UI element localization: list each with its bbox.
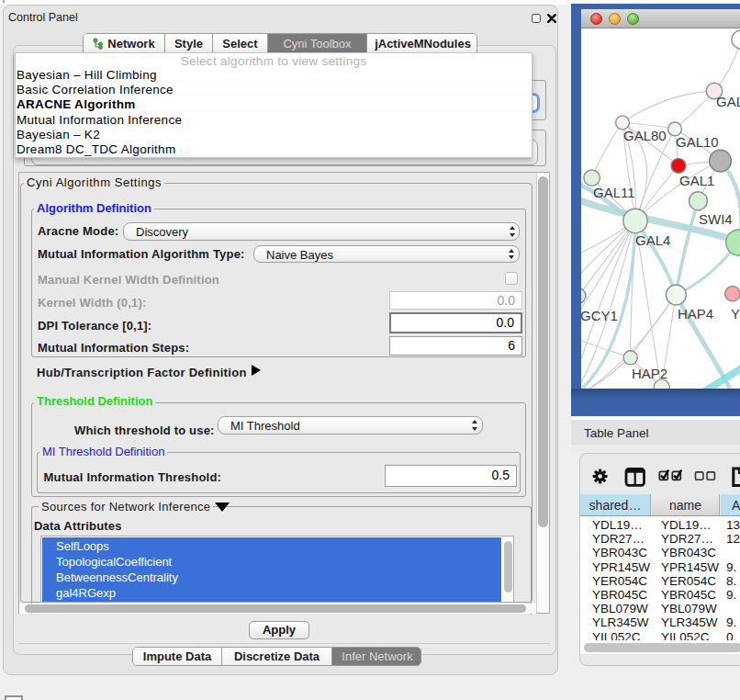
svg-text:GAL1: GAL1 [679, 173, 714, 188]
svg-text:GCY1: GCY1 [581, 308, 618, 323]
svg-text:GAL7: GAL7 [716, 94, 740, 109]
svg-text:HAP4: HAP4 [678, 306, 713, 322]
svg-text:GAL80: GAL80 [623, 128, 667, 143]
svg-text:GAL11: GAL11 [593, 185, 635, 200]
svg-text:Y: Y [731, 306, 740, 322]
svg-text:SWI4: SWI4 [699, 211, 733, 227]
svg-text:GAL10: GAL10 [676, 134, 719, 150]
svg-text:HAP2: HAP2 [632, 366, 667, 381]
svg-text:GAL4: GAL4 [635, 232, 670, 248]
